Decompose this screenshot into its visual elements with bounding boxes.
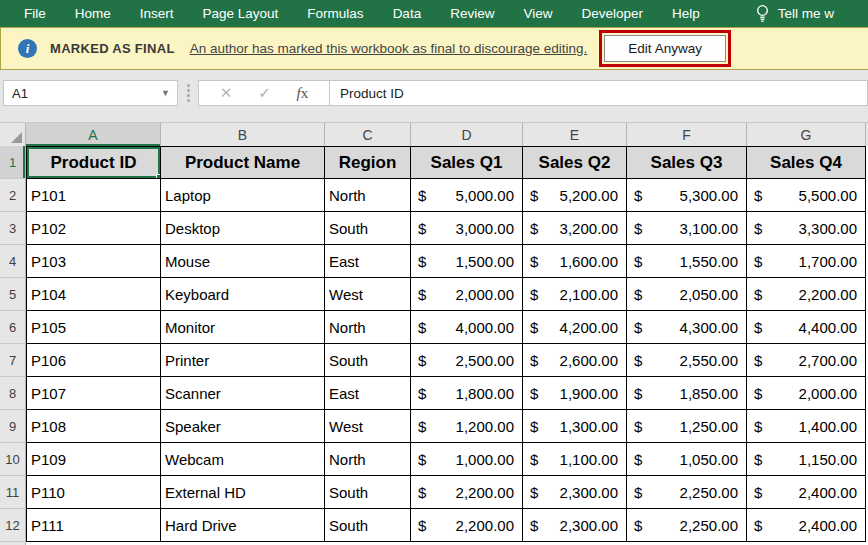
cell-E7[interactable]: $2,600.00 xyxy=(523,344,627,377)
cell-E1[interactable]: Sales Q2 xyxy=(523,146,627,179)
insert-function-icon[interactable]: fx xyxy=(296,85,308,102)
cell-C10[interactable]: North xyxy=(325,443,411,476)
cell-F11[interactable]: $2,250.00 xyxy=(627,476,747,509)
cell-D7[interactable]: $2,500.00 xyxy=(411,344,523,377)
cell-D4[interactable]: $1,500.00 xyxy=(411,245,523,278)
cell-F12[interactable]: $2,250.00 xyxy=(627,509,747,542)
cell-A7[interactable]: P106 xyxy=(26,344,161,377)
cell-G1[interactable]: Sales Q4 xyxy=(747,146,866,179)
cell-G5[interactable]: $2,200.00 xyxy=(747,278,866,311)
column-header-B[interactable]: B xyxy=(161,123,325,146)
column-header-F[interactable]: F xyxy=(627,123,747,146)
cell-A6[interactable]: P105 xyxy=(26,311,161,344)
cell-F8[interactable]: $1,850.00 xyxy=(627,377,747,410)
cell-B3[interactable]: Desktop xyxy=(161,212,325,245)
cell-E4[interactable]: $1,600.00 xyxy=(523,245,627,278)
cell-E10[interactable]: $1,100.00 xyxy=(523,443,627,476)
cell-G11[interactable]: $2,400.00 xyxy=(747,476,866,509)
cell-D10[interactable]: $1,000.00 xyxy=(411,443,523,476)
cell-B11[interactable]: External HD xyxy=(161,476,325,509)
cell-A11[interactable]: P110 xyxy=(26,476,161,509)
cell-D2[interactable]: $5,000.00 xyxy=(411,179,523,212)
cell-G8[interactable]: $2,000.00 xyxy=(747,377,866,410)
cell-G3[interactable]: $3,300.00 xyxy=(747,212,866,245)
menu-tab-home[interactable]: Home xyxy=(75,6,111,21)
cell-A3[interactable]: P102 xyxy=(26,212,161,245)
row-header-6[interactable]: 6 xyxy=(0,311,26,344)
menu-tab-data[interactable]: Data xyxy=(393,6,422,21)
cell-A5[interactable]: P104 xyxy=(26,278,161,311)
row-header-11[interactable]: 11 xyxy=(0,476,26,509)
cell-B9[interactable]: Speaker xyxy=(161,410,325,443)
cell-F6[interactable]: $4,300.00 xyxy=(627,311,747,344)
cell-E11[interactable]: $2,300.00 xyxy=(523,476,627,509)
cell-D12[interactable]: $2,200.00 xyxy=(411,509,523,542)
row-header-8[interactable]: 8 xyxy=(0,377,26,410)
menu-tab-developer[interactable]: Developer xyxy=(581,6,643,21)
cell-A9[interactable]: P108 xyxy=(26,410,161,443)
menu-tab-view[interactable]: View xyxy=(523,6,552,21)
cell-E12[interactable]: $2,300.00 xyxy=(523,509,627,542)
cell-E9[interactable]: $1,300.00 xyxy=(523,410,627,443)
cell-E3[interactable]: $3,200.00 xyxy=(523,212,627,245)
cell-C12[interactable]: South xyxy=(325,509,411,542)
row-header-7[interactable]: 7 xyxy=(0,344,26,377)
fill-handle[interactable] xyxy=(156,174,161,179)
select-all-button[interactable] xyxy=(0,123,26,146)
name-box-dropdown-icon[interactable]: ▼ xyxy=(161,88,170,98)
cell-F7[interactable]: $2,550.00 xyxy=(627,344,747,377)
cell-D5[interactable]: $2,000.00 xyxy=(411,278,523,311)
cell-D11[interactable]: $2,200.00 xyxy=(411,476,523,509)
cell-C3[interactable]: South xyxy=(325,212,411,245)
row-header-12[interactable]: 12 xyxy=(0,509,26,542)
menu-tab-review[interactable]: Review xyxy=(450,6,494,21)
menu-tab-insert[interactable]: Insert xyxy=(140,6,174,21)
cell-B7[interactable]: Printer xyxy=(161,344,325,377)
menu-tab-page-layout[interactable]: Page Layout xyxy=(203,6,279,21)
cell-F3[interactable]: $3,100.00 xyxy=(627,212,747,245)
cell-D8[interactable]: $1,800.00 xyxy=(411,377,523,410)
cell-G4[interactable]: $1,700.00 xyxy=(747,245,866,278)
cell-G2[interactable]: $5,500.00 xyxy=(747,179,866,212)
cell-C1[interactable]: Region xyxy=(325,146,411,179)
formula-bar-resize-grip[interactable] xyxy=(178,84,198,102)
cell-A8[interactable]: P107 xyxy=(26,377,161,410)
row-header-3[interactable]: 3 xyxy=(0,212,26,245)
cell-A2[interactable]: P101 xyxy=(26,179,161,212)
column-header-G[interactable]: G xyxy=(747,123,866,146)
cell-B10[interactable]: Webcam xyxy=(161,443,325,476)
row-header-1[interactable]: 1 xyxy=(0,146,26,179)
cell-F9[interactable]: $1,250.00 xyxy=(627,410,747,443)
cell-C6[interactable]: North xyxy=(325,311,411,344)
cell-D6[interactable]: $4,000.00 xyxy=(411,311,523,344)
row-header-2[interactable]: 2 xyxy=(0,179,26,212)
cell-G12[interactable]: $2,400.00 xyxy=(747,509,866,542)
column-header-A[interactable]: A xyxy=(26,123,161,146)
menu-tab-help[interactable]: Help xyxy=(672,6,700,21)
cell-E2[interactable]: $5,200.00 xyxy=(523,179,627,212)
cell-A12[interactable]: P111 xyxy=(26,509,161,542)
cell-E6[interactable]: $4,200.00 xyxy=(523,311,627,344)
cell-B8[interactable]: Scanner xyxy=(161,377,325,410)
cell-E5[interactable]: $2,100.00 xyxy=(523,278,627,311)
row-header-10[interactable]: 10 xyxy=(0,443,26,476)
cell-D3[interactable]: $3,000.00 xyxy=(411,212,523,245)
banner-message-link[interactable]: An author has marked this workbook as fi… xyxy=(190,41,588,56)
name-box[interactable]: A1 ▼ xyxy=(3,80,178,106)
cell-D1[interactable]: Sales Q1 xyxy=(411,146,523,179)
column-header-E[interactable]: E xyxy=(523,123,627,146)
cell-D9[interactable]: $1,200.00 xyxy=(411,410,523,443)
cell-C8[interactable]: East xyxy=(325,377,411,410)
cell-B1[interactable]: Product Name xyxy=(161,146,325,179)
cell-F5[interactable]: $2,050.00 xyxy=(627,278,747,311)
cell-B6[interactable]: Monitor xyxy=(161,311,325,344)
cell-A4[interactable]: P103 xyxy=(26,245,161,278)
column-header-D[interactable]: D xyxy=(411,123,523,146)
row-header-5[interactable]: 5 xyxy=(0,278,26,311)
tell-me-search[interactable]: Tell me w xyxy=(755,4,834,23)
cell-A1[interactable]: Product ID xyxy=(26,146,161,179)
column-header-C[interactable]: C xyxy=(325,123,411,146)
cancel-icon[interactable]: ✕ xyxy=(220,84,233,102)
cell-B12[interactable]: Hard Drive xyxy=(161,509,325,542)
cell-C7[interactable]: South xyxy=(325,344,411,377)
